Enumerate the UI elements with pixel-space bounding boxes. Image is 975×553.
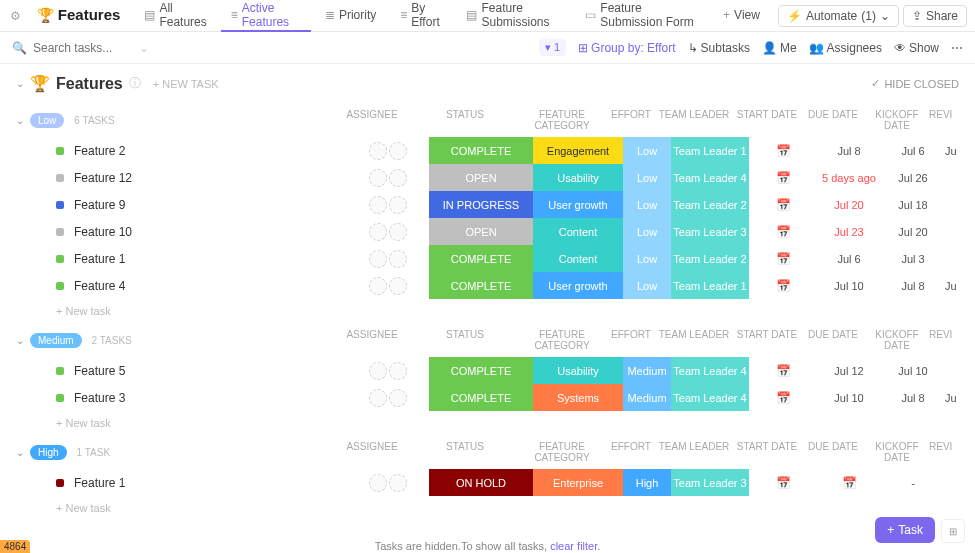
column-header[interactable]: TEAM LEADER <box>655 329 733 351</box>
task-row[interactable]: Feature 4COMPLETEUser growthLowTeam Lead… <box>0 272 975 299</box>
review-date-cell[interactable] <box>945 164 975 191</box>
column-header[interactable]: START DATE <box>733 441 801 463</box>
status-cell[interactable]: COMPLETE <box>429 357 533 384</box>
kickoff-date-cell[interactable]: Jul 8 <box>881 272 945 299</box>
task-row[interactable]: Feature 12OPENUsabilityLowTeam Leader 4📅… <box>0 164 975 191</box>
hide-closed-toggle[interactable]: ✓ HIDE CLOSED <box>871 77 959 90</box>
effort-cell[interactable]: Low <box>623 164 671 191</box>
avatar-placeholder[interactable] <box>389 142 407 160</box>
avatar-placeholder[interactable] <box>389 223 407 241</box>
team-leader-cell[interactable]: Team Leader 2 <box>671 191 749 218</box>
collapse-all-icon[interactable]: ⌄ <box>16 78 24 89</box>
column-header[interactable]: EFFORT <box>607 109 655 131</box>
category-cell[interactable]: Systems <box>533 384 623 411</box>
assignee-cell[interactable] <box>347 223 429 241</box>
kickoff-date-cell[interactable]: Jul 10 <box>881 357 945 384</box>
category-cell[interactable]: Enterprise <box>533 469 623 496</box>
column-header[interactable]: STATUS <box>413 109 517 131</box>
collapse-group-icon[interactable]: ⌄ <box>16 115 24 126</box>
avatar-placeholder[interactable] <box>369 277 387 295</box>
tab-all-features[interactable]: ▤All Features <box>134 0 216 32</box>
status-cell[interactable]: COMPLETE <box>429 245 533 272</box>
status-cell[interactable]: OPEN <box>429 164 533 191</box>
column-header[interactable]: DUE DATE <box>801 441 865 463</box>
apps-grid-button[interactable]: ⊞ <box>941 519 965 543</box>
column-header[interactable]: KICKOFF DATE <box>865 109 929 131</box>
filter-count-badge[interactable]: ▾ 1 <box>539 39 566 56</box>
due-date-cell[interactable]: Jul 8 <box>817 137 881 164</box>
new-task-button[interactable]: + NEW TASK <box>153 78 219 90</box>
kickoff-date-cell[interactable]: Jul 20 <box>881 218 945 245</box>
assignee-cell[interactable] <box>347 196 429 214</box>
effort-cell[interactable]: Low <box>623 137 671 164</box>
share-button[interactable]: ⇪ Share <box>903 5 967 27</box>
group-pill[interactable]: High <box>30 445 67 460</box>
review-date-cell[interactable] <box>945 469 975 496</box>
effort-cell[interactable]: Low <box>623 218 671 245</box>
due-date-cell[interactable]: Jul 6 <box>817 245 881 272</box>
effort-cell[interactable]: Medium <box>623 357 671 384</box>
category-cell[interactable]: Usability <box>533 357 623 384</box>
new-task-fab[interactable]: + Task <box>875 517 935 543</box>
start-date-cell[interactable]: 📅 <box>749 245 817 272</box>
add-view-button[interactable]: + View <box>713 0 770 32</box>
task-name[interactable]: Feature 1 <box>74 476 347 490</box>
task-name[interactable]: Feature 2 <box>74 144 347 158</box>
team-leader-cell[interactable]: Team Leader 3 <box>671 469 749 496</box>
start-date-cell[interactable]: 📅 <box>749 272 817 299</box>
avatar-placeholder[interactable] <box>389 277 407 295</box>
assignee-cell[interactable] <box>347 169 429 187</box>
column-header[interactable]: DUE DATE <box>801 329 865 351</box>
status-cell[interactable]: COMPLETE <box>429 137 533 164</box>
category-cell[interactable]: Content <box>533 218 623 245</box>
category-cell[interactable]: Usability <box>533 164 623 191</box>
avatar-placeholder[interactable] <box>369 142 387 160</box>
column-header[interactable]: REVI <box>929 109 959 131</box>
team-leader-cell[interactable]: Team Leader 1 <box>671 272 749 299</box>
start-date-cell[interactable]: 📅 <box>749 218 817 245</box>
avatar-placeholder[interactable] <box>369 223 387 241</box>
tab-feature-submission-form[interactable]: ▭Feature Submission Form <box>575 0 709 32</box>
column-header[interactable]: START DATE <box>733 329 801 351</box>
tab-priority[interactable]: ≣Priority <box>315 0 386 32</box>
automate-button[interactable]: ⚡ Automate (1) ⌄ <box>778 5 899 27</box>
tab-active-features[interactable]: ≡Active Features <box>221 0 311 32</box>
group-pill[interactable]: Medium <box>30 333 82 348</box>
due-date-cell[interactable]: 📅 <box>817 469 881 496</box>
due-date-cell[interactable]: 5 days ago <box>817 164 881 191</box>
clear-filter-link[interactable]: clear filter <box>550 540 597 552</box>
new-task-row[interactable]: + New task <box>0 411 975 435</box>
settings-icon[interactable]: ⚙ <box>8 6 23 26</box>
column-header[interactable]: FEATURE CATEGORY <box>517 109 607 131</box>
task-name[interactable]: Feature 3 <box>74 391 347 405</box>
effort-cell[interactable]: Low <box>623 191 671 218</box>
task-name[interactable]: Feature 12 <box>74 171 347 185</box>
start-date-cell[interactable]: 📅 <box>749 469 817 496</box>
status-cell[interactable]: ON HOLD <box>429 469 533 496</box>
group-by-button[interactable]: ⊞ Group by: Effort <box>578 41 676 55</box>
avatar-placeholder[interactable] <box>369 389 387 407</box>
avatar-placeholder[interactable] <box>369 250 387 268</box>
assignee-cell[interactable] <box>347 474 429 492</box>
show-button[interactable]: 👁 Show <box>894 41 939 55</box>
assignees-filter-button[interactable]: 👥 Assignees <box>809 41 882 55</box>
task-row[interactable]: Feature 1COMPLETEContentLowTeam Leader 2… <box>0 245 975 272</box>
task-row[interactable]: Feature 5COMPLETEUsabilityMediumTeam Lea… <box>0 357 975 384</box>
me-filter-button[interactable]: 👤 Me <box>762 41 797 55</box>
category-cell[interactable]: User growth <box>533 191 623 218</box>
column-header[interactable]: REVI <box>929 329 959 351</box>
team-leader-cell[interactable]: Team Leader 4 <box>671 384 749 411</box>
tab-by-effort[interactable]: ≡By Effort <box>390 0 452 32</box>
list-title[interactable]: 🏆 Features ⓘ <box>30 74 141 93</box>
column-header[interactable]: DUE DATE <box>801 109 865 131</box>
status-cell[interactable]: COMPLETE <box>429 384 533 411</box>
search-input[interactable] <box>33 41 133 55</box>
assignee-cell[interactable] <box>347 389 429 407</box>
column-header[interactable]: ASSIGNEE <box>331 441 413 463</box>
subtasks-button[interactable]: ↳ Subtasks <box>688 41 750 55</box>
column-header[interactable]: STATUS <box>413 329 517 351</box>
assignee-cell[interactable] <box>347 142 429 160</box>
task-name[interactable]: Feature 9 <box>74 198 347 212</box>
status-cell[interactable]: OPEN <box>429 218 533 245</box>
group-pill[interactable]: Low <box>30 113 64 128</box>
